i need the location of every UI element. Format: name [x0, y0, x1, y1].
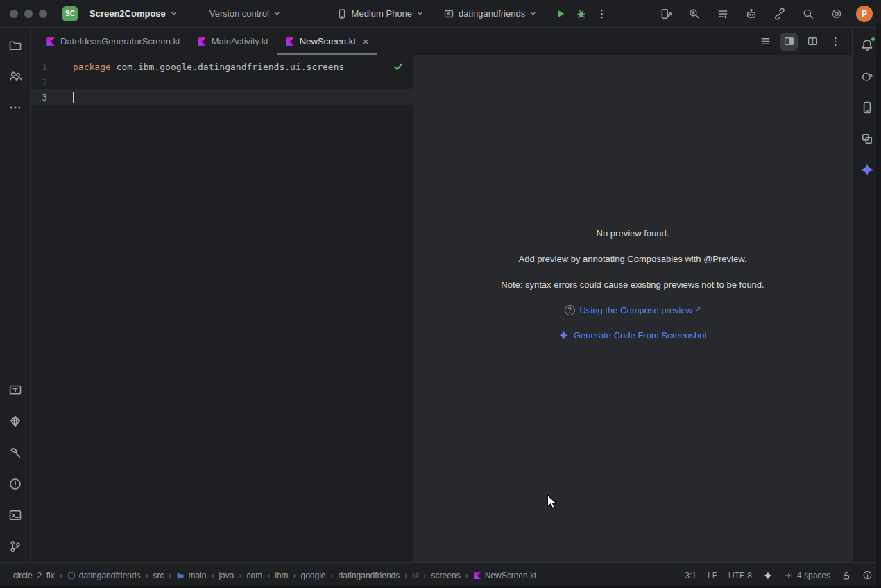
- generate-link-row: Generate Code From Screenshot: [558, 330, 707, 340]
- zoom-window-button[interactable]: [39, 10, 47, 18]
- gemini-sparkle-icon: [558, 330, 569, 340]
- breadcrumb-item[interactable]: src: [153, 571, 164, 580]
- breadcrumb-label: datingandfriends: [79, 571, 141, 580]
- breadcrumb-item[interactable]: datingandfriends: [339, 571, 400, 580]
- caret-position-widget[interactable]: 3:1: [685, 571, 696, 580]
- gemini-tool-button[interactable]: [858, 161, 876, 179]
- device-explorer-button[interactable]: [858, 98, 876, 116]
- editor-notifications-widget[interactable]: [862, 570, 873, 580]
- version-control-tool-button[interactable]: [6, 537, 24, 555]
- breadcrumb-item[interactable]: screens: [431, 571, 461, 580]
- gemini-sparkle-icon: [860, 163, 874, 177]
- compose-ui-check-button[interactable]: [6, 381, 24, 399]
- code-line-current[interactable]: 3: [31, 89, 413, 105]
- line-number: 1: [31, 62, 47, 72]
- run-config-icon: [443, 8, 454, 19]
- project-tool-button[interactable]: [6, 36, 24, 54]
- code-keyword: package: [73, 62, 111, 72]
- inspection-status-widget[interactable]: [393, 61, 404, 72]
- tab-label: DateIdeasGeneratorScreen.kt: [60, 36, 180, 46]
- device-selector[interactable]: Medium Phone: [332, 5, 429, 23]
- breadcrumb-item[interactable]: _circle_2_fix: [8, 571, 55, 580]
- layout-inspector-button[interactable]: [657, 5, 675, 23]
- toolbar-right: P: [657, 5, 874, 23]
- breadcrumb-item[interactable]: ui: [412, 571, 418, 580]
- line-separator-widget[interactable]: LF: [708, 571, 717, 580]
- preview-title: No preview found.: [597, 228, 669, 239]
- run-config-selector[interactable]: datingandfriends: [438, 5, 542, 23]
- breadcrumb-separator: ›: [293, 571, 296, 580]
- minimize-window-button[interactable]: [24, 10, 33, 18]
- generate-code-from-screenshot-link[interactable]: Generate Code From Screenshot: [574, 330, 707, 340]
- breadcrumb-item-file[interactable]: NewScreen.kt: [473, 571, 537, 580]
- version-control-selector[interactable]: Version control: [205, 5, 286, 22]
- breadcrumb-item[interactable]: datingandfriends: [67, 571, 141, 580]
- code-line[interactable]: 2: [31, 74, 413, 89]
- check-icon: [393, 61, 404, 72]
- unlocked-padlock-icon: [841, 571, 851, 580]
- device-folder-icon: [860, 101, 874, 114]
- search-everywhere-button[interactable]: [799, 5, 817, 23]
- line-number: 2: [31, 77, 47, 87]
- breadcrumb-item[interactable]: ibm: [275, 571, 288, 580]
- problems-tool-button[interactable]: [6, 475, 24, 493]
- debug-button[interactable]: [572, 5, 590, 23]
- breadcrumb-item[interactable]: java: [219, 571, 234, 580]
- code-editor[interactable]: 1 package com.ibm.google.datingandfriend…: [31, 55, 413, 562]
- editor-split: 1 package com.ibm.google.datingandfriend…: [31, 55, 852, 562]
- run-button[interactable]: [551, 5, 570, 23]
- sparkle-icon: [763, 571, 773, 580]
- breadcrumb-item[interactable]: google: [300, 571, 325, 580]
- breadcrumb-separator: ›: [211, 571, 214, 580]
- tab-mainactivity[interactable]: MainActivity.kt: [189, 28, 277, 55]
- breadcrumb-item[interactable]: main: [176, 571, 206, 580]
- encoding-widget[interactable]: UTF-8: [728, 571, 752, 580]
- hammer-icon: [8, 446, 22, 460]
- indent-label: 4 spaces: [797, 571, 830, 580]
- play-icon: [555, 8, 566, 19]
- notifications-button[interactable]: [858, 36, 876, 54]
- kotlin-file-icon: [285, 37, 295, 46]
- terminal-tool-button[interactable]: [6, 506, 24, 524]
- kotlin-file-icon: [473, 571, 481, 580]
- gemini-assistant-button[interactable]: [742, 5, 760, 23]
- breadcrumb-label: ibm: [275, 571, 288, 580]
- help-link-row: ? Using the Compose preview ↗: [565, 305, 701, 315]
- compose-preview-panel: No preview found. Add preview by annotat…: [413, 55, 852, 562]
- resource-manager-button[interactable]: [858, 130, 876, 148]
- close-tab-icon[interactable]: ×: [363, 36, 369, 46]
- window-edge: [876, 24, 881, 588]
- tab-label: NewScreen.kt: [300, 36, 356, 46]
- tab-newscreen[interactable]: NewScreen.kt ×: [277, 28, 377, 55]
- chevron-down-icon: [170, 10, 178, 17]
- chevron-down-icon: [273, 10, 281, 17]
- app-quality-insights-button[interactable]: [6, 413, 24, 431]
- chevron-down-icon: [529, 10, 537, 17]
- indent-widget[interactable]: 4 spaces: [784, 571, 830, 580]
- find-button[interactable]: [685, 5, 703, 23]
- tab-dateideasgeneratorscreen[interactable]: DateIdeasGeneratorScreen.kt: [37, 28, 189, 55]
- breadcrumb-separator: ›: [404, 571, 407, 580]
- gradle-tool-button[interactable]: [858, 67, 876, 85]
- user-avatar[interactable]: P: [856, 6, 873, 22]
- running-devices-button[interactable]: [714, 5, 732, 23]
- commit-tool-button[interactable]: [6, 67, 24, 85]
- settings-button[interactable]: [828, 5, 846, 23]
- more-tool-windows-button[interactable]: [6, 98, 24, 116]
- gemini-status-button[interactable]: [763, 571, 773, 580]
- build-tool-button[interactable]: [6, 444, 24, 462]
- indent-icon: [784, 571, 794, 580]
- source-root-folder-icon: [176, 571, 185, 580]
- compose-preview-docs-link[interactable]: Using the Compose preview: [580, 305, 693, 315]
- close-window-button[interactable]: [10, 10, 18, 18]
- project-selector[interactable]: Screen2Compose: [85, 5, 182, 22]
- code-text: com.ibm.google.datingandfriends.ui.scree…: [111, 62, 345, 72]
- code-line[interactable]: 1 package com.ibm.google.datingandfriend…: [31, 59, 413, 74]
- device-selector-label: Medium Phone: [352, 8, 412, 19]
- breadcrumb-separator: ›: [239, 571, 241, 580]
- breadcrumb-label: _circle_2_fix: [8, 571, 55, 580]
- more-actions-button[interactable]: ⋮: [593, 5, 611, 23]
- breadcrumb-item[interactable]: com: [246, 571, 262, 580]
- device-streaming-button[interactable]: [771, 5, 789, 23]
- write-access-widget[interactable]: [841, 571, 851, 580]
